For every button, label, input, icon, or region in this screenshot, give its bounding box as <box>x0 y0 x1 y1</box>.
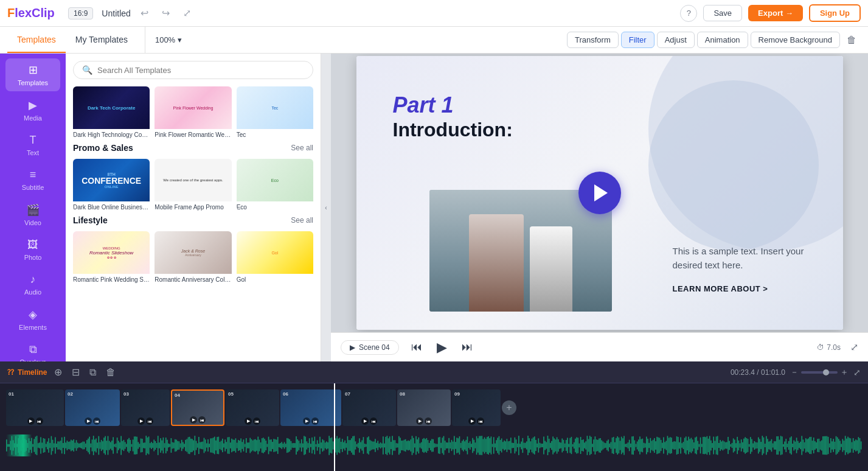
clip-prev-07[interactable]: ⏮ <box>370 417 377 425</box>
svg-rect-66 <box>93 436 94 455</box>
clip-09[interactable]: 09 ▶ ⏮ <box>452 389 501 426</box>
promo-see-all-link[interactable]: See all <box>291 144 313 152</box>
svg-rect-645 <box>855 439 856 452</box>
svg-rect-540 <box>717 436 718 455</box>
add-clip-button[interactable]: + <box>502 400 516 415</box>
clip-play-05[interactable]: ▶ <box>245 417 252 425</box>
clip-prev-06[interactable]: ⏮ <box>311 417 319 425</box>
sidebar-item-templates[interactable]: ⊞ Templates <box>5 58 60 91</box>
lifestyle-see-all-link[interactable]: See all <box>291 216 313 225</box>
clip-play-04[interactable]: ▶ <box>190 416 197 424</box>
svg-rect-36 <box>54 443 55 447</box>
duplicate-button[interactable]: ⧉ <box>87 366 99 379</box>
svg-rect-313 <box>418 438 420 453</box>
svg-rect-153 <box>207 439 209 452</box>
clip-07[interactable]: 07 ▶ ⏮ <box>342 389 396 426</box>
template-card-dark-conf[interactable]: 8TH CONFERENCE ONLINE Dark Blue Online B… <box>73 159 150 211</box>
svg-rect-375 <box>500 440 501 451</box>
clip-prev-04[interactable]: ⏮ <box>198 416 206 424</box>
template-card-tec[interactable]: Tec Tec <box>237 86 313 138</box>
template-card-mobile-app[interactable]: We created one of the greatest apps. Mob… <box>155 159 231 211</box>
zoom-slider[interactable] <box>801 371 838 374</box>
sidebar-item-photo[interactable]: 🖼 Photo <box>5 234 60 266</box>
sidebar-item-subtitle[interactable]: ≡ Subtitle <box>5 164 60 196</box>
add-clip-button[interactable]: ⊕ <box>52 365 64 379</box>
sidebar-item-overlays[interactable]: ⧉ Overlays <box>5 338 60 361</box>
play-button-overlay[interactable] <box>578 172 621 214</box>
delete-clip-button[interactable]: 🗑 <box>103 366 118 379</box>
template-card-pink-flower[interactable]: Pink Flower Wedding Pink Flower Romantic… <box>155 86 231 138</box>
svg-rect-571 <box>758 438 759 454</box>
clip-02[interactable]: 02 ▶ ⏮ <box>65 389 120 426</box>
redo-button[interactable]: ↪ <box>158 5 173 21</box>
clip-play-07[interactable]: ▶ <box>361 417 369 425</box>
search-box[interactable]: 🔍 <box>73 61 313 79</box>
clip-06[interactable]: 06 ▶ ⏮ <box>280 389 341 426</box>
fit-button[interactable]: ⤢ <box>853 368 861 377</box>
zoom-in-button[interactable]: ＋ <box>840 367 849 378</box>
svg-rect-432 <box>575 439 576 452</box>
svg-rect-322 <box>430 441 431 450</box>
template-card-gold[interactable]: Gol Gol <box>237 231 313 283</box>
clip-prev-03[interactable]: ⏮ <box>146 417 153 425</box>
template-card-eco[interactable]: Eco Eco <box>237 159 313 211</box>
expand-button[interactable]: ⤢ <box>850 341 858 353</box>
tab-my-templates[interactable]: My Templates <box>66 27 137 53</box>
fullscreen-button[interactable]: ⤢ <box>179 5 195 21</box>
tab-templates[interactable]: Templates <box>7 27 66 53</box>
clip-play-01[interactable]: ▶ <box>27 417 35 425</box>
filter-button[interactable]: Filter <box>621 32 654 48</box>
split-button[interactable]: ⊟ <box>69 365 82 379</box>
next-button[interactable]: ⏭ <box>459 338 475 356</box>
clip-play-06[interactable]: ▶ <box>303 417 310 425</box>
undo-button[interactable]: ↩ <box>137 5 152 21</box>
template-card-anniversary[interactable]: Jack & Rose Anniversary Romantic Anniver… <box>155 231 231 283</box>
clip-play-09[interactable]: ▶ <box>468 417 476 425</box>
export-button[interactable]: Export → <box>748 5 803 21</box>
save-button[interactable]: Save <box>703 5 742 21</box>
svg-rect-342 <box>456 438 457 453</box>
animation-button[interactable]: Animation <box>697 32 748 48</box>
ratio-badge[interactable]: 16:9 <box>68 7 93 19</box>
sidebar-item-video[interactable]: 🎬 Video <box>5 198 60 231</box>
sidebar-item-text[interactable]: T Text <box>5 129 60 161</box>
clip-prev-09[interactable]: ⏮ <box>477 417 484 425</box>
clip-play-03[interactable]: ▶ <box>137 417 145 425</box>
help-button[interactable]: ? <box>680 5 697 22</box>
collapse-handle[interactable]: ‹ <box>321 54 331 361</box>
clip-prev-08[interactable]: ⏮ <box>425 417 432 425</box>
clip-prev-01[interactable]: ⏮ <box>36 417 43 425</box>
clip-04[interactable]: 04 ▶ ⏮ <box>171 389 224 426</box>
clip-08[interactable]: 08 ▶ ⏮ <box>397 389 451 426</box>
clip-01[interactable]: 01 ▶ ⏮ <box>6 389 64 426</box>
sidebar-item-audio[interactable]: ♪ Audio <box>5 268 60 301</box>
clip-prev-05[interactable]: ⏮ <box>253 417 260 425</box>
play-pause-button[interactable]: ▶ <box>434 337 450 358</box>
svg-rect-155 <box>210 438 212 452</box>
svg-rect-216 <box>291 441 292 450</box>
svg-rect-48 <box>69 441 71 449</box>
signup-button[interactable]: Sign Up <box>809 4 861 22</box>
previous-button[interactable]: ⏮ <box>409 338 425 356</box>
zoom-out-button[interactable]: － <box>790 367 799 378</box>
clip-play-02[interactable]: ▶ <box>85 417 92 425</box>
clip-play-08[interactable]: ▶ <box>416 417 423 425</box>
template-card-dark-tech[interactable]: Dark Tech Corporate Dark High Technology… <box>73 86 150 138</box>
clip-controls-06: ▶ ⏮ <box>303 417 319 425</box>
zoom-control[interactable]: 100% ▾ <box>150 35 187 44</box>
sidebar-item-elements[interactable]: ◈ Elements <box>5 303 60 336</box>
template-card-romantic-slide[interactable]: WEDDING Romantic Slideshow ✿ ✿ ✿ Romanti… <box>73 231 150 283</box>
adjust-button[interactable]: Adjust <box>657 32 695 48</box>
clip-05[interactable]: 05 ▶ ⏮ <box>226 389 279 426</box>
svg-rect-493 <box>655 441 656 450</box>
template-label-eco: Eco <box>237 204 313 211</box>
clip-prev-02[interactable]: ⏮ <box>93 417 100 425</box>
search-input[interactable] <box>97 66 304 75</box>
svg-rect-616 <box>817 439 818 452</box>
sidebar-item-media[interactable]: ▶ Media <box>5 94 60 127</box>
remove-background-button[interactable]: Remove Background <box>751 32 840 48</box>
svg-rect-545 <box>724 441 725 449</box>
delete-button[interactable]: 🗑 <box>842 31 861 49</box>
clip-03[interactable]: 03 ▶ ⏮ <box>121 389 170 426</box>
transform-button[interactable]: Transform <box>567 32 619 48</box>
